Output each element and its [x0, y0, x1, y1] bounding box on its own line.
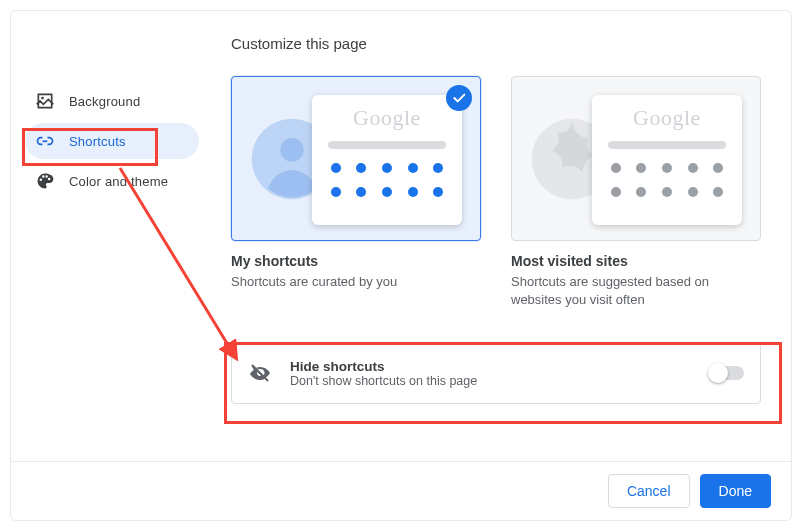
option-thumbnail: Google: [511, 76, 761, 241]
dialog-content: Background Shortcuts Color and theme Cus…: [11, 11, 791, 461]
check-icon: [446, 85, 472, 111]
sidebar-item-label: Color and theme: [69, 174, 168, 189]
hide-texts: Hide shortcuts Don't show shortcuts on t…: [290, 359, 710, 388]
shortcut-dots: [606, 163, 728, 197]
dialog-footer: Cancel Done: [11, 461, 791, 520]
sidebar-item-label: Shortcuts: [69, 134, 126, 149]
svg-point-0: [41, 97, 44, 100]
sidebar-item-background[interactable]: Background: [25, 83, 199, 119]
shortcut-options: Google My shortcuts Shortcuts are cu: [231, 76, 761, 308]
option-my-shortcuts[interactable]: Google My shortcuts Shortcuts are cu: [231, 76, 481, 308]
sidebar-item-colortheme[interactable]: Color and theme: [25, 163, 199, 199]
brand-logo-text: Google: [326, 105, 448, 131]
palette-icon: [35, 171, 55, 191]
image-icon: [35, 91, 55, 111]
button-label: Cancel: [627, 483, 671, 499]
option-desc: Shortcuts are suggested based on website…: [511, 273, 761, 308]
brand-logo-text: Google: [606, 105, 728, 131]
main-panel: Customize this page Google: [207, 11, 791, 461]
sidebar-item-shortcuts[interactable]: Shortcuts: [25, 123, 199, 159]
thumb-card: Google: [312, 95, 462, 225]
option-desc: Shortcuts are curated by you: [231, 273, 481, 291]
button-label: Done: [719, 483, 752, 499]
option-title: Most visited sites: [511, 253, 761, 269]
option-most-visited[interactable]: Google Most visited sites Shortcuts are …: [511, 76, 761, 308]
thumb-card: Google: [592, 95, 742, 225]
hide-shortcuts-toggle[interactable]: [710, 366, 744, 380]
searchbar-placeholder-shape: [328, 141, 446, 149]
svg-point-2: [280, 138, 303, 161]
eye-off-icon: [248, 361, 272, 385]
option-title: My shortcuts: [231, 253, 481, 269]
hide-shortcuts-row: Hide shortcuts Don't show shortcuts on t…: [231, 342, 761, 404]
hide-desc: Don't show shortcuts on this page: [290, 374, 710, 388]
link-icon: [35, 131, 55, 151]
cancel-button[interactable]: Cancel: [608, 474, 690, 508]
option-thumbnail: Google: [231, 76, 481, 241]
shortcut-dots: [326, 163, 448, 197]
done-button[interactable]: Done: [700, 474, 771, 508]
customize-dialog: Background Shortcuts Color and theme Cus…: [10, 10, 792, 521]
page-title: Customize this page: [231, 35, 761, 52]
sidebar-item-label: Background: [69, 94, 140, 109]
hide-title: Hide shortcuts: [290, 359, 710, 374]
sidebar: Background Shortcuts Color and theme: [11, 11, 207, 461]
searchbar-placeholder-shape: [608, 141, 726, 149]
